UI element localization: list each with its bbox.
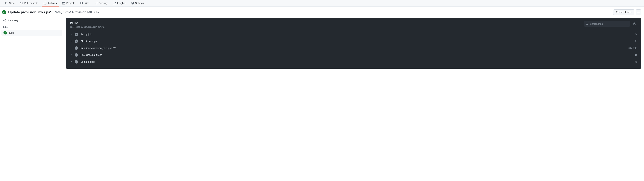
search-logs[interactable] — [584, 21, 630, 27]
tab-label: Wiki — [84, 2, 89, 4]
run-sidebar: Summary Jobs build — [2, 18, 62, 36]
step-row[interactable]: Run ./mks/provision_mks.ps1 '*** 39m 23s — [70, 45, 637, 51]
status-success-icon — [2, 10, 6, 14]
jobs-heading: Jobs — [2, 23, 62, 30]
chevron-right-icon — [70, 47, 72, 49]
play-circle-icon — [44, 2, 46, 4]
chevron-right-icon — [70, 61, 72, 63]
tab-actions[interactable]: Actions — [42, 0, 59, 6]
search-icon — [586, 22, 589, 25]
step-duration: 2s — [635, 33, 637, 35]
step-name: Set up job — [80, 33, 632, 36]
tab-label: Actions — [48, 2, 56, 4]
tab-pull-requests[interactable]: Pull requests — [18, 0, 40, 6]
tab-label: Security — [99, 2, 108, 4]
git-pull-request-icon — [20, 2, 23, 4]
check-circle-icon — [75, 53, 78, 57]
check-circle-icon — [75, 33, 78, 36]
search-logs-input[interactable] — [590, 22, 628, 25]
check-circle-icon — [4, 31, 7, 34]
tab-code[interactable]: Code — [3, 0, 17, 6]
gear-icon — [131, 2, 134, 4]
repo-tabnav: Code Pull requests Actions Projects Wiki… — [0, 0, 644, 7]
page-header: Update provision_mks.ps1 Rafay SOM Provi… — [0, 7, 644, 18]
table-icon — [62, 2, 65, 4]
step-duration: 9s — [635, 40, 637, 42]
shield-icon — [95, 2, 98, 4]
step-name: Run ./mks/provision_mks.ps1 '*** — [80, 47, 626, 49]
step-duration: 4s — [635, 54, 637, 56]
step-row[interactable]: Post Check out repo 4s — [70, 51, 637, 58]
step-row[interactable]: Complete job 0s — [70, 58, 637, 65]
chevron-right-icon — [70, 33, 72, 36]
tab-label: Code — [9, 2, 14, 4]
tab-label: Pull requests — [24, 2, 38, 4]
gear-icon — [633, 22, 636, 25]
tab-projects[interactable]: Projects — [60, 0, 77, 6]
check-circle-icon — [75, 46, 78, 50]
sidebar-summary[interactable]: Summary — [2, 18, 62, 23]
job-log-panel: build succeeded 20 minutes ago in 39m 42… — [66, 18, 641, 69]
step-row[interactable]: Set up job 2s — [70, 31, 637, 38]
kebab-horizontal-icon — [637, 11, 640, 13]
tab-label: Projects — [66, 2, 75, 4]
check-circle-icon — [75, 39, 78, 43]
job-subtitle: succeeded 20 minutes ago in 39m 42s — [70, 26, 106, 28]
tab-insights[interactable]: Insights — [111, 0, 128, 6]
step-name: Check out repo — [80, 40, 632, 43]
tab-settings[interactable]: Settings — [129, 0, 146, 6]
tab-label: Insights — [117, 2, 125, 4]
step-duration: 39m 23s — [628, 47, 637, 49]
step-name: Post Check out repo — [80, 54, 632, 56]
graph-icon — [113, 2, 116, 4]
sidebar-job-build[interactable]: build — [2, 30, 62, 36]
log-settings-button[interactable] — [632, 21, 637, 26]
book-icon — [80, 2, 83, 4]
code-icon — [5, 2, 8, 4]
tab-label: Settings — [135, 2, 144, 4]
workflow-options-button[interactable] — [636, 9, 641, 15]
job-title: build — [70, 21, 106, 25]
meter-icon — [4, 19, 6, 22]
step-row[interactable]: Check out repo 9s — [70, 38, 637, 45]
chevron-right-icon — [70, 54, 72, 56]
page-title: Update provision_mks.ps1 Rafay SOM Provi… — [8, 10, 100, 14]
steps-list: Set up job 2s Check out repo 9s Run ./mk… — [66, 30, 641, 69]
check-circle-icon — [75, 60, 78, 64]
step-duration: 0s — [635, 61, 637, 63]
tab-wiki[interactable]: Wiki — [78, 0, 91, 6]
step-name: Complete job — [80, 60, 632, 63]
rerun-all-jobs-button[interactable]: Re-run all jobs — [613, 9, 634, 15]
chevron-right-icon — [70, 40, 72, 43]
tab-security[interactable]: Security — [93, 0, 110, 6]
